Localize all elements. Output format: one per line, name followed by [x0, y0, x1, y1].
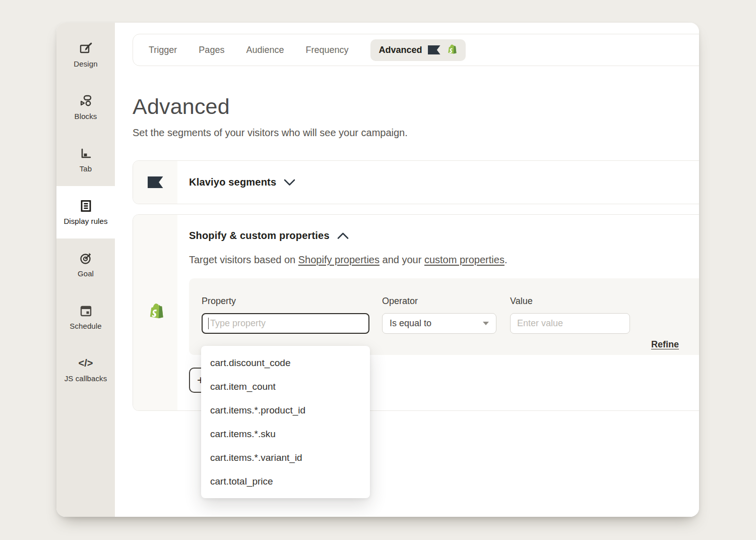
- sidebar-item-label: JS callbacks: [65, 374, 107, 383]
- klaviyo-icon-column: [133, 161, 177, 204]
- value-input[interactable]: [510, 313, 630, 334]
- sidebar-item-js-callbacks[interactable]: </> JS callbacks: [56, 343, 115, 396]
- operator-field: Operator Is equal to: [382, 296, 496, 334]
- sidebar-item-label: Schedule: [70, 322, 101, 330]
- sidebar-item-label: Blocks: [75, 112, 97, 121]
- dropdown-item[interactable]: cart.items.*.variant_id: [201, 446, 370, 469]
- text-cursor: [208, 318, 209, 329]
- main-content: Trigger Pages Audience Frequency Advance…: [115, 23, 699, 517]
- tab-audience[interactable]: Audience: [246, 45, 284, 55]
- sidebar-item-blocks[interactable]: Blocks: [56, 81, 115, 134]
- js-callbacks-icon: </>: [79, 356, 93, 370]
- description-text: .: [505, 254, 508, 265]
- chevron-down-icon: [284, 179, 295, 186]
- sidebar-item-label: Display rules: [64, 217, 107, 225]
- design-icon: [79, 42, 93, 55]
- value-label: Value: [510, 296, 630, 307]
- operator-select[interactable]: Is equal to: [382, 313, 496, 334]
- tab-trigger[interactable]: Trigger: [149, 45, 177, 55]
- page-subtitle: Set the segments of your visitors who wi…: [133, 127, 699, 139]
- caret-down-icon: [483, 322, 489, 325]
- tab-advanced[interactable]: Advanced: [370, 39, 466, 61]
- klaviyo-segments-card: Klaviyo segments: [133, 160, 699, 204]
- tab-icon: [79, 147, 93, 160]
- display-rules-icon: [79, 199, 93, 213]
- shopify-properties-card: Shopify & custom properties Target visit…: [133, 214, 699, 411]
- refine-link[interactable]: Refine: [651, 339, 679, 350]
- shopify-section-description: Target visitors based on Shopify propert…: [189, 254, 699, 266]
- tab-pages[interactable]: Pages: [199, 45, 224, 55]
- klaviyo-segments-title: Klaviyo segments: [189, 176, 276, 188]
- dropdown-item[interactable]: cart.discount_code: [201, 351, 370, 375]
- klaviyo-flag-icon: [428, 45, 440, 54]
- shopify-section-content: Shopify & custom properties Target visit…: [177, 215, 699, 410]
- sidebar-item-label: Tab: [80, 164, 92, 173]
- sidebar-item-schedule[interactable]: Schedule: [56, 291, 115, 343]
- tab-frequency[interactable]: Frequency: [305, 45, 348, 55]
- klaviyo-segments-header[interactable]: Klaviyo segments: [177, 161, 295, 204]
- property-label: Property: [202, 296, 369, 307]
- shopify-icon: [147, 303, 164, 323]
- sidebar: Design Blocks Tab Display: [56, 23, 115, 517]
- property-field: Property: [202, 296, 369, 334]
- dropdown-item[interactable]: cart.total_price: [201, 469, 370, 493]
- app-window: Design Blocks Tab Display: [56, 23, 699, 517]
- chevron-up-icon: [337, 232, 349, 239]
- sidebar-item-display-rules[interactable]: Display rules: [56, 186, 115, 238]
- goal-icon: [79, 252, 93, 265]
- shopify-properties-link[interactable]: Shopify properties: [298, 254, 380, 265]
- value-field: Value: [510, 296, 630, 334]
- sidebar-item-goal[interactable]: Goal: [56, 238, 115, 291]
- blocks-icon: [79, 94, 93, 108]
- shopify-section-title: Shopify & custom properties: [189, 230, 330, 242]
- custom-properties-link[interactable]: custom properties: [424, 254, 505, 265]
- dropdown-item[interactable]: cart.items.*.product_id: [201, 398, 370, 422]
- sidebar-item-label: Goal: [78, 269, 94, 278]
- refine-field: Refine: [651, 339, 679, 355]
- schedule-icon: [79, 304, 93, 318]
- settings-tabbar: Trigger Pages Audience Frequency Advance…: [133, 34, 699, 66]
- description-text: and your: [380, 254, 424, 265]
- page-title: Advanced: [133, 94, 699, 119]
- tab-advanced-label: Advanced: [379, 45, 422, 55]
- dropdown-item[interactable]: cart.items.*.sku: [201, 422, 370, 446]
- klaviyo-flag-icon: [148, 176, 163, 188]
- property-input[interactable]: [202, 313, 369, 334]
- sidebar-item-label: Design: [74, 59, 97, 68]
- property-suggestions-dropdown: cart.discount_code cart.item_count cart.…: [201, 346, 370, 498]
- dropdown-item[interactable]: cart.item_count: [201, 375, 370, 398]
- operator-label: Operator: [382, 296, 496, 307]
- shopify-icon: [446, 44, 457, 56]
- rule-panel: Property Operator Is equal to: [189, 278, 699, 355]
- shopify-section-header[interactable]: Shopify & custom properties: [189, 230, 699, 242]
- operator-selected-value: Is equal to: [390, 318, 431, 329]
- sidebar-item-tab[interactable]: Tab: [56, 134, 115, 186]
- shopify-icon-column: [133, 215, 177, 410]
- description-text: Target visitors based on: [189, 254, 298, 265]
- sidebar-item-design[interactable]: Design: [56, 29, 115, 81]
